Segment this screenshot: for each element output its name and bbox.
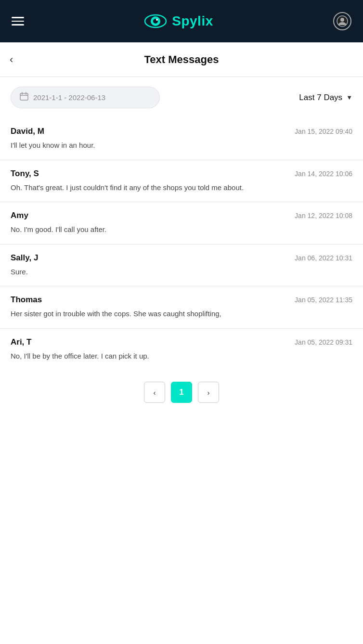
message-time-0: Jan 15, 2022 09:40 — [295, 128, 352, 135]
next-page-button[interactable]: › — [198, 382, 219, 403]
message-time-4: Jan 05, 2022 11:35 — [295, 296, 352, 304]
message-preview-0: I'll let you know in an hour. — [11, 140, 352, 151]
days-filter-dropdown[interactable]: Last 7 Days ▼ — [299, 93, 352, 103]
message-item-3[interactable]: Sally, J Jan 06, 2022 10:31 Sure. — [0, 245, 363, 287]
page-title: Text Messages — [144, 53, 219, 66]
messages-list: David, M Jan 15, 2022 09:40 I'll let you… — [0, 118, 363, 370]
message-preview-1: Oh. That's great. I just couldn't find i… — [11, 182, 352, 193]
menu-button[interactable] — [12, 17, 24, 26]
svg-point-5 — [340, 18, 344, 22]
message-time-3: Jan 06, 2022 10:31 — [295, 254, 352, 262]
message-header-5: Ari, T Jan 05, 2022 09:31 — [11, 337, 352, 347]
message-header-0: David, M Jan 15, 2022 09:40 — [11, 127, 352, 136]
next-arrow-icon: › — [207, 388, 210, 397]
logo-area: Spylix — [144, 13, 213, 29]
message-item-0[interactable]: David, M Jan 15, 2022 09:40 I'll let you… — [0, 118, 363, 160]
user-icon — [337, 15, 348, 27]
message-item-4[interactable]: Thomas Jan 05, 2022 11:35 Her sister got… — [0, 286, 363, 329]
app-header: Spylix — [0, 0, 363, 42]
message-header-2: Amy Jan 12, 2022 10:08 — [11, 211, 352, 220]
contact-name-3: Sally, J — [11, 253, 38, 263]
contact-name-0: David, M — [11, 127, 44, 136]
contact-name-2: Amy — [11, 211, 28, 220]
contact-name-4: Thomas — [11, 295, 42, 305]
back-button[interactable]: ‹ — [10, 53, 13, 66]
main-content: 2021-1-1 - 2022-06-13 Last 7 Days ▼ Davi… — [0, 77, 363, 644]
message-time-5: Jan 05, 2022 09:31 — [295, 338, 352, 346]
contact-name-1: Tony, S — [11, 169, 39, 179]
contact-name-5: Ari, T — [11, 337, 31, 347]
logo-icon — [144, 14, 167, 28]
date-range-input[interactable]: 2021-1-1 - 2022-06-13 — [11, 87, 160, 108]
message-header-3: Sally, J Jan 06, 2022 10:31 — [11, 253, 352, 263]
user-account-button[interactable] — [333, 12, 351, 30]
logo-text: Spylix — [172, 13, 213, 29]
message-time-2: Jan 12, 2022 10:08 — [295, 212, 352, 219]
current-page-button[interactable]: 1 — [171, 382, 192, 403]
message-preview-5: No, I'll be by the office later. I can p… — [11, 351, 352, 362]
dropdown-arrow-icon: ▼ — [346, 94, 352, 101]
pagination: ‹ 1 › — [0, 370, 363, 418]
message-item-1[interactable]: Tony, S Jan 14, 2022 10:06 Oh. That's gr… — [0, 160, 363, 203]
message-preview-2: No. I'm good. I'll call you after. — [11, 224, 352, 235]
message-header-1: Tony, S Jan 14, 2022 10:06 — [11, 169, 352, 179]
message-preview-3: Sure. — [11, 267, 352, 278]
message-header-4: Thomas Jan 05, 2022 11:35 — [11, 295, 352, 305]
sub-header: ‹ Text Messages — [0, 42, 363, 77]
message-item-2[interactable]: Amy Jan 12, 2022 10:08 No. I'm good. I'l… — [0, 202, 363, 245]
message-preview-4: Her sister got in trouble with the cops.… — [11, 309, 352, 320]
message-item-5[interactable]: Ari, T Jan 05, 2022 09:31 No, I'll be by… — [0, 329, 363, 371]
prev-arrow-icon: ‹ — [154, 388, 156, 397]
prev-page-button[interactable]: ‹ — [144, 382, 165, 403]
calendar-icon — [20, 92, 28, 103]
svg-point-3 — [156, 19, 158, 21]
days-filter-label: Last 7 Days — [299, 93, 342, 103]
filter-row: 2021-1-1 - 2022-06-13 Last 7 Days ▼ — [0, 77, 363, 118]
svg-rect-6 — [20, 93, 28, 100]
date-range-text: 2021-1-1 - 2022-06-13 — [33, 93, 105, 102]
current-page-number: 1 — [179, 387, 183, 397]
message-time-1: Jan 14, 2022 10:06 — [295, 170, 352, 178]
